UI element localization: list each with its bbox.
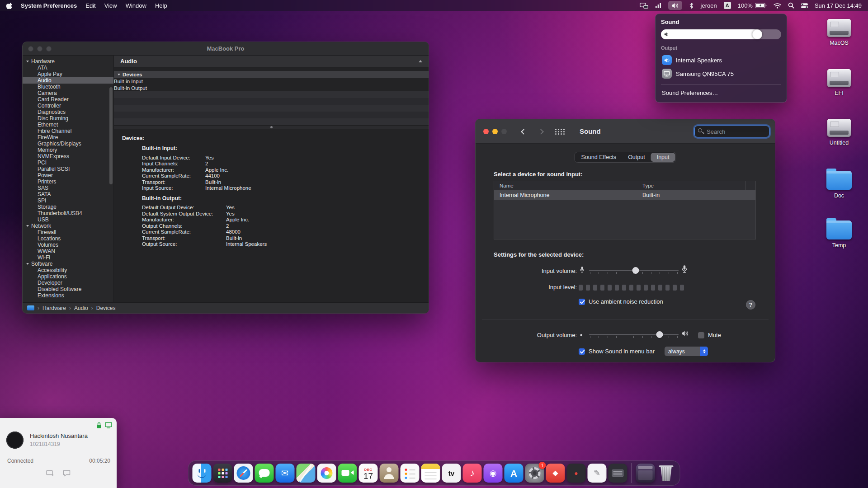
dock-icon[interactable]: ● [567,464,586,483]
table-header[interactable]: Name Type [494,181,755,190]
desktop-icon[interactable]: Doc [819,167,859,217]
tree-row[interactable]: Built-in Output [114,84,429,91]
desktop-icon[interactable]: MacOS [819,17,859,67]
bluetooth-icon[interactable] [689,1,694,10]
menubar-menu[interactable]: Window [126,2,146,9]
sidebar-item[interactable]: Volumes [23,242,113,248]
dock-icon[interactable] [317,464,336,483]
sidebar-item[interactable]: ATA [23,65,113,71]
breadcrumb-item[interactable]: Audio [74,305,88,311]
volume-thumb[interactable] [752,29,762,39]
sidebar-item[interactable]: Apple Pay [23,71,113,77]
dock-icon[interactable]: ◉ [484,464,503,483]
sidebar-item[interactable]: Card Reader [23,96,113,103]
desktop-icon[interactable]: Untitled [819,117,859,167]
disclosure-triangle-icon[interactable] [26,61,29,62]
sidebar-item[interactable]: Graphics/Displays [23,141,113,147]
zoom-button[interactable] [46,46,52,52]
dock-icon[interactable]: ◆ [546,464,565,483]
desktop-icon[interactable]: EFI [819,67,859,117]
close-button[interactable] [483,129,489,134]
sidebar-item[interactable]: SAS [23,185,113,191]
sidebar-item[interactable]: Developer [23,280,113,286]
dock-icon[interactable]: ✉ [276,464,295,483]
disclosure-triangle-icon[interactable] [118,74,120,75]
dock-icon[interactable] [338,464,357,483]
spotlight-icon[interactable] [788,1,794,10]
sidebar-item[interactable]: Diagnostics [23,109,113,115]
sidebar-item[interactable]: Storage [23,204,113,210]
pane-header[interactable]: Audio [114,56,429,67]
screen-mirroring-icon[interactable] [640,1,648,10]
tab[interactable]: Sound Effects [576,153,623,162]
sidebar-item[interactable]: Network [23,223,113,229]
dock-icon[interactable] [421,464,440,483]
dock-icon[interactable]: tv [442,464,461,483]
collapse-chevron-icon[interactable] [419,60,422,62]
pane-splitter[interactable] [114,125,429,129]
sidebar-item[interactable]: Bluetooth [23,84,113,90]
volume-menu-icon[interactable] [668,1,682,10]
sidebar-scrollbar[interactable] [109,87,113,184]
dock-icon[interactable] [234,464,253,483]
tree-group-row[interactable]: Devices [114,71,429,78]
active-app-name[interactable]: System Preferences [21,2,77,9]
dock-icon[interactable]: 1 [525,464,544,483]
sidebar-item[interactable]: SATA [23,191,113,197]
output-device-item[interactable]: Samsung QN95CA 75 [661,67,781,80]
control-center-icon[interactable] [801,1,808,10]
help-button[interactable]: ? [746,300,755,310]
dock-icon[interactable]: DEC 17 [359,464,378,483]
forward-button[interactable] [537,129,544,135]
menu-volume-slider[interactable] [661,29,781,39]
show-in-menubar-checkbox[interactable] [579,348,585,355]
table-row[interactable]: Internal Microphone Built-in [494,190,755,200]
menubar-menu[interactable]: Help [155,2,167,9]
chat-icon[interactable] [63,470,71,477]
window-titlebar[interactable]: Sound [476,119,775,144]
minimize-button[interactable] [37,46,42,52]
user-name-menu[interactable]: jeroen [701,2,717,9]
tab[interactable]: Input [651,153,675,162]
sidebar-item[interactable]: Hardware [23,58,113,65]
mute-checkbox[interactable] [698,332,704,338]
dock-icon[interactable]: A [505,464,524,483]
dock-icon[interactable] [213,464,232,483]
stats-icon[interactable] [655,1,661,10]
close-button[interactable] [28,46,33,52]
sidebar-item[interactable]: Wi-Fi [23,254,113,261]
input-source-icon[interactable]: A [724,2,731,9]
ambient-noise-checkbox[interactable] [579,299,585,305]
dock-icon[interactable] [380,464,399,483]
apple-menu-icon[interactable] [6,1,12,10]
dock-icon[interactable] [609,464,627,483]
sidebar-item[interactable]: Extensions [23,292,113,299]
sidebar-item[interactable]: Camera [23,90,113,96]
battery-status[interactable]: 100% [738,2,767,9]
slider-thumb[interactable] [632,267,639,274]
dock-icon[interactable] [297,464,316,483]
sidebar-item[interactable]: Accessibility [23,267,113,273]
output-device-item[interactable]: Internal Speakers [661,53,781,67]
sidebar-item[interactable]: Printers [23,178,113,185]
output-volume-slider[interactable] [589,331,679,338]
sidebar-item[interactable]: Firewall [23,229,113,235]
sidebar-item[interactable]: NVMExpress [23,153,113,160]
desktop-icon[interactable]: Temp [819,217,859,267]
sidebar-item[interactable]: Thunderbolt/USB4 [23,210,113,216]
dock-icon[interactable] [193,464,212,483]
sidebar-item[interactable]: FireWire [23,134,113,141]
sidebar-item[interactable]: Locations [23,235,113,242]
sidebar-item[interactable]: PCI [23,160,113,166]
dock-icon[interactable] [255,464,274,483]
sidebar-item[interactable]: Power [23,172,113,178]
sidebar-item[interactable]: WWAN [23,248,113,254]
column-header-type[interactable]: Type [642,183,654,188]
sidebar-item[interactable]: Parallel SCSI [23,166,113,172]
minimize-button[interactable] [492,129,498,134]
show-all-grid-icon[interactable] [555,129,557,130]
dock-icon[interactable] [636,464,655,483]
breadcrumb-item[interactable]: Hardware [42,305,66,311]
sidebar-item[interactable]: Controller [23,103,113,109]
sidebar-item[interactable]: SPI [23,197,113,204]
